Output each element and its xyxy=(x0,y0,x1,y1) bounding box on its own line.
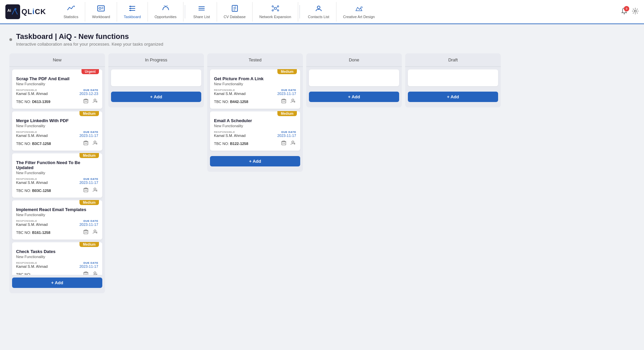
card-due-card1: DUE DATE2023-12-23 xyxy=(79,89,98,96)
assign-button-card6[interactable] xyxy=(289,98,296,105)
tbc-no-card3: TBC NO: B03C-1258 xyxy=(16,189,51,193)
nav-statistics[interactable]: Statistics xyxy=(57,2,85,21)
card-due-card4: DUE DATE2023-11-17 xyxy=(79,219,98,227)
notification-button[interactable]: 9 xyxy=(621,7,628,16)
svg-line-15 xyxy=(167,5,167,6)
card-title-card1: Scrap The PDF And Email xyxy=(16,76,98,81)
svg-point-25 xyxy=(277,6,279,7)
responsible-label-card4: RESPONSIBLE xyxy=(16,219,48,222)
svg-point-4 xyxy=(99,7,101,9)
card-badge-card4: Medium xyxy=(79,200,99,205)
nav-share-list-label: Share List xyxy=(193,15,210,19)
delete-button-card7[interactable] xyxy=(281,140,287,147)
due-date-card7: 2023-11-17 xyxy=(277,134,296,138)
nav-opportunities[interactable]: Opportunities xyxy=(148,2,183,21)
nav-network-expansion[interactable]: Network Expansion xyxy=(253,2,298,21)
card-badge-card3: Medium xyxy=(79,153,99,158)
assign-button-card2[interactable] xyxy=(92,140,98,147)
svg-point-35 xyxy=(634,10,636,12)
delete-button-card3[interactable] xyxy=(83,187,89,194)
delete-button-card1[interactable] xyxy=(83,98,89,105)
card-title-card3: The Filter Function Need To Be Updated xyxy=(16,160,98,170)
add-button-in-progress[interactable]: + Add xyxy=(111,92,201,102)
delete-button-card6[interactable] xyxy=(281,98,287,105)
task-card-card6[interactable]: MediumGet Picture From A LinkNew Functio… xyxy=(210,69,300,109)
task-card-card2[interactable]: MediumMerge LinkedIn With PDFNew Functio… xyxy=(12,111,102,151)
tbc-no-card4: TBC NO: B161-1258 xyxy=(16,231,50,235)
nav-workboard[interactable]: Workboard xyxy=(85,2,117,21)
column-in-progress: In Progress+ Add xyxy=(108,53,204,107)
assign-button-card5[interactable] xyxy=(92,270,98,275)
nav-share-list[interactable]: Share List xyxy=(186,2,217,21)
card-actions-card2 xyxy=(83,140,98,147)
card-type-card2: New Functionality xyxy=(16,124,98,128)
kanban-board: NewUrgentScrap The PDF And EmailNew Func… xyxy=(9,53,635,293)
logo[interactable]: Ai QLiCK xyxy=(5,4,46,19)
svg-rect-36 xyxy=(84,100,88,103)
card-type-card7: New Functionality xyxy=(214,124,296,128)
assign-button-card7[interactable] xyxy=(289,140,296,147)
empty-card-draft xyxy=(408,69,498,86)
header-right: 9 xyxy=(621,7,639,16)
nav-cv-database[interactable]: CV Database xyxy=(217,2,253,21)
due-label-card1: DUE DATE xyxy=(79,89,98,92)
nav-creative-art-design-label: Creative Art Design xyxy=(343,15,375,19)
settings-button[interactable] xyxy=(632,8,639,16)
column-draft: Draft+ Add xyxy=(405,53,501,107)
delete-button-card2[interactable] xyxy=(83,140,89,147)
column-new: NewUrgentScrap The PDF And EmailNew Func… xyxy=(9,53,105,293)
card-responsible-card1: RESPONSIBLEKamal S.M. Ahmad xyxy=(16,89,48,96)
task-card-card1[interactable]: UrgentScrap The PDF And EmailNew Functio… xyxy=(12,69,102,109)
svg-line-29 xyxy=(276,7,277,8)
due-date-card5: 2023-11-17 xyxy=(79,264,98,268)
nav-taskboard[interactable]: Taskboard xyxy=(117,2,148,21)
nav-creative-art-design[interactable]: GA2 Creative Art Design xyxy=(336,2,382,21)
tbc-no-card5: TBC NO: xyxy=(16,272,31,275)
assign-button-card1[interactable] xyxy=(92,98,98,105)
svg-point-40 xyxy=(94,99,96,101)
due-label-card4: DUE DATE xyxy=(79,219,98,222)
header: Ai QLiCK Statistics Workboard xyxy=(0,0,644,24)
card-meta-card6: RESPONSIBLEKamal S.M. AhmadDUE DATE2023-… xyxy=(214,89,296,96)
svg-point-82 xyxy=(292,141,294,143)
responsible-label-card3: RESPONSIBLE xyxy=(16,178,48,181)
page-title-block: Taskboard | AiQ - New functions Interact… xyxy=(16,32,163,47)
assign-button-card4[interactable] xyxy=(92,229,98,236)
delete-button-card5[interactable] xyxy=(83,271,89,275)
svg-point-24 xyxy=(272,6,273,7)
svg-point-23 xyxy=(274,7,276,9)
card-footer-card6: TBC NO: B442-1258 xyxy=(214,98,296,105)
card-responsible-card6: RESPONSIBLEKamal S.M. Ahmad xyxy=(214,89,246,96)
task-card-card4[interactable]: MediumImplement React Email TemplatesNew… xyxy=(12,200,102,240)
statistics-icon xyxy=(67,5,75,14)
column-done-header: Done xyxy=(306,53,402,67)
card-meta-card7: RESPONSIBLEKamal S.M. AhmadDUE DATE2023-… xyxy=(214,131,296,138)
tbc-no-card1: TBC NO: D613-1359 xyxy=(16,100,50,104)
add-button-new[interactable]: + Add xyxy=(12,278,102,288)
task-card-card5[interactable]: MediumCheck Tasks DatesNew Functionality… xyxy=(12,242,102,275)
delete-button-card4[interactable] xyxy=(83,229,89,236)
assign-button-card3[interactable] xyxy=(92,187,98,194)
contacts-list-icon xyxy=(315,5,323,14)
tbc-no-card7: TBC NO: B122-1258 xyxy=(214,142,248,146)
task-card-card3[interactable]: MediumThe Filter Function Need To Be Upd… xyxy=(12,153,102,198)
svg-line-28 xyxy=(273,7,274,8)
creative-art-design-icon: GA2 xyxy=(355,5,363,14)
add-button-draft[interactable]: + Add xyxy=(408,92,498,102)
svg-line-14 xyxy=(164,5,165,6)
task-card-card7[interactable]: MediumEmail A SchedulerNew Functionality… xyxy=(210,111,300,151)
due-label-card2: DUE DATE xyxy=(79,131,98,134)
nav-separator-2 xyxy=(300,5,300,18)
card-responsible-card5: RESPONSIBLEKamal S.M. Ahmad xyxy=(16,261,48,268)
nav-contacts-list[interactable]: Contacts List xyxy=(301,2,336,21)
add-button-done[interactable]: + Add xyxy=(309,92,399,102)
add-button-tested[interactable]: + Add xyxy=(210,156,300,166)
cv-database-icon xyxy=(231,5,239,14)
svg-point-68 xyxy=(94,272,96,274)
column-new-header: New xyxy=(9,53,105,67)
svg-text:GA2: GA2 xyxy=(361,6,363,9)
column-tested-footer: + Add xyxy=(207,153,303,169)
tbc-no-card2: TBC NO: B3C7-1258 xyxy=(16,142,51,146)
svg-point-54 xyxy=(94,188,96,190)
svg-point-26 xyxy=(272,10,273,11)
